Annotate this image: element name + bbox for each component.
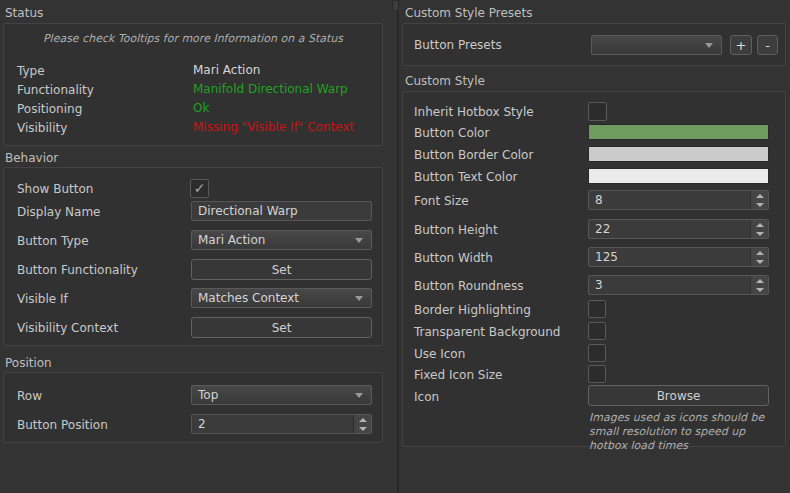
button-height-spinner[interactable] [588, 219, 769, 239]
show-button-checkbox[interactable]: ✓ [190, 179, 209, 198]
status-positioning-label: Positioning [17, 100, 82, 118]
button-height-input[interactable] [589, 220, 750, 238]
button-type-dropdown[interactable]: Mari Action [191, 230, 372, 250]
spin-down-icon [756, 203, 764, 207]
behavior-group-title: Behavior [5, 151, 58, 165]
button-roundness-label: Button Roundness [414, 277, 523, 295]
fixed-icon-size-label: Fixed Icon Size [414, 366, 502, 384]
button-text-color-label: Button Text Color [414, 168, 517, 186]
icon-size-note: Images used as icons should be small res… [589, 411, 785, 453]
status-group-title: Status [5, 6, 43, 20]
font-size-input[interactable] [589, 191, 750, 209]
button-functionality-set-button[interactable]: Set [191, 259, 372, 280]
custom-style-group-title: Custom Style [405, 74, 485, 88]
spinner-buttons [750, 220, 768, 238]
row-selected-value: Top [198, 388, 218, 402]
remove-preset-button[interactable]: - [757, 35, 778, 55]
status-functionality-value: Manifold Directional Warp [193, 82, 348, 97]
spin-up-icon [756, 251, 764, 255]
spin-up-icon [756, 194, 764, 198]
button-width-spinner[interactable] [588, 247, 769, 267]
spin-up-icon [359, 418, 367, 422]
spinner-buttons [750, 276, 768, 294]
button-type-label: Button Type [17, 232, 89, 250]
transparent-background-checkbox[interactable] [588, 322, 606, 340]
status-visibility-label: Visibility [17, 119, 67, 137]
button-color-label: Button Color [414, 124, 489, 142]
button-width-input[interactable] [589, 248, 750, 266]
font-size-label: Font Size [414, 192, 469, 210]
button-position-spinner[interactable] [191, 414, 372, 434]
add-preset-button[interactable]: + [730, 35, 752, 55]
border-highlighting-checkbox[interactable] [588, 300, 606, 318]
status-help-note: Please check Tooltips for more Informati… [4, 32, 382, 46]
display-name-label: Display Name [17, 203, 100, 221]
icon-browse-button[interactable]: Browse [588, 385, 769, 406]
row-label: Row [17, 387, 42, 405]
row-dropdown[interactable]: Top [191, 385, 372, 405]
splitter-handle[interactable] [392, 0, 399, 11]
button-position-input[interactable] [192, 415, 353, 433]
button-color-swatch[interactable] [588, 124, 769, 140]
button-position-label: Button Position [17, 416, 108, 434]
status-type-value: Mari Action [193, 63, 260, 78]
status-functionality-label: Functionality [17, 81, 94, 99]
button-text-color-swatch[interactable] [588, 168, 769, 184]
transparent-background-label: Transparent Background [414, 323, 560, 341]
spinner-buttons [353, 415, 371, 433]
visible-if-dropdown[interactable]: Matches Context [191, 288, 372, 308]
button-functionality-label: Button Functionality [17, 261, 138, 279]
button-border-color-swatch[interactable] [588, 146, 769, 162]
position-group-title: Position [5, 356, 52, 370]
spin-up-button[interactable] [751, 191, 768, 200]
right-panel: Custom Style Presets Button Presets + - … [399, 0, 790, 493]
display-name-input[interactable] [191, 201, 372, 221]
status-type-label: Type [17, 62, 45, 80]
status-group-box: Please check Tooltips for more Informati… [3, 23, 383, 146]
spin-down-icon [359, 427, 367, 431]
custom-style-group-box: Inherit Hotbox Style Button Color Button… [402, 91, 786, 447]
custom-style-presets-group-box: Button Presets + - [402, 23, 786, 66]
hotbox-button-settings-window: Status Please check Tooltips for more In… [0, 0, 790, 493]
dropdown-arrow-icon [355, 238, 363, 243]
spin-down-button[interactable] [751, 257, 768, 266]
button-roundness-spinner[interactable] [588, 275, 769, 295]
font-size-spinner[interactable] [588, 190, 769, 210]
show-button-label: Show Button [17, 180, 93, 198]
dropdown-arrow-icon [705, 43, 713, 48]
position-group-box: Row Top Button Position [3, 372, 383, 443]
visibility-context-set-button[interactable]: Set [191, 317, 372, 338]
button-presets-label: Button Presets [414, 36, 502, 54]
spin-down-button[interactable] [751, 229, 768, 238]
icon-label: Icon [414, 388, 439, 406]
spin-down-icon [756, 288, 764, 292]
spin-up-button[interactable] [751, 220, 768, 229]
dropdown-arrow-icon [355, 296, 363, 301]
spin-down-icon [756, 232, 764, 236]
button-height-label: Button Height [414, 221, 498, 239]
spin-down-icon [756, 260, 764, 264]
visible-if-label: Visible If [17, 290, 68, 308]
spin-down-button[interactable] [751, 285, 768, 294]
button-presets-dropdown[interactable] [591, 35, 722, 55]
button-type-selected-value: Mari Action [198, 233, 265, 247]
custom-style-presets-group-title: Custom Style Presets [405, 6, 532, 20]
spinner-buttons [750, 191, 768, 209]
button-width-label: Button Width [414, 249, 493, 267]
spin-down-button[interactable] [354, 424, 371, 433]
spin-down-button[interactable] [751, 200, 768, 209]
fixed-icon-size-checkbox[interactable] [588, 365, 606, 383]
checkmark-icon: ✓ [191, 180, 208, 196]
left-panel: Status Please check Tooltips for more In… [0, 0, 397, 493]
spin-up-button[interactable] [751, 248, 768, 257]
use-icon-checkbox[interactable] [588, 344, 606, 362]
spin-up-button[interactable] [751, 276, 768, 285]
dropdown-arrow-icon [355, 393, 363, 398]
spinner-buttons [750, 248, 768, 266]
button-roundness-input[interactable] [589, 276, 750, 294]
inherit-hotbox-style-checkbox[interactable] [588, 102, 607, 121]
spin-up-button[interactable] [354, 415, 371, 424]
visible-if-selected-value: Matches Context [198, 291, 299, 305]
status-positioning-value: Ok [193, 101, 209, 116]
button-border-color-label: Button Border Color [414, 146, 533, 164]
